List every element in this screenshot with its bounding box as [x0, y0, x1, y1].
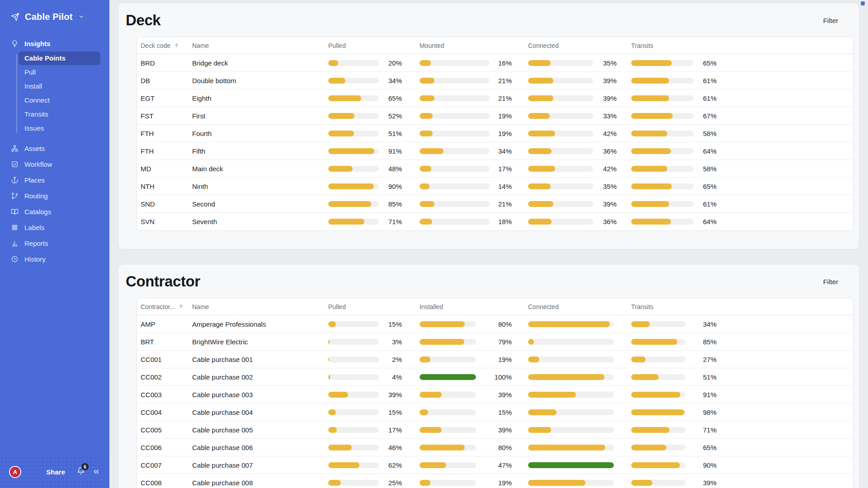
table-row[interactable]: CC005Cable purchase 00517%39%71% [137, 421, 853, 439]
sidebar-item-connect[interactable]: Connect [19, 94, 100, 107]
avatar[interactable]: A [9, 466, 21, 478]
percent-value: 18% [498, 218, 512, 225]
cell-pulled: 52% [328, 112, 420, 120]
share-button[interactable]: Share [46, 468, 65, 476]
column-header-pulled[interactable]: Pulled [328, 303, 420, 310]
table-row[interactable]: SVNSeventh71%18%36%64% [137, 213, 853, 230]
progress-track [328, 339, 379, 345]
table-row[interactable]: CC007Cable purchase 00762%47%90% [137, 456, 853, 474]
table-row[interactable]: BRDBridge deck20%16%35%65% [137, 54, 853, 72]
sidebar-item-transits[interactable]: Transits [19, 108, 100, 121]
table-row[interactable]: FTHFifth91%34%36%64% [137, 142, 853, 160]
notifications-button[interactable]: 6 [77, 467, 85, 477]
percent-value: 19% [498, 112, 512, 120]
column-header-transits[interactable]: Transits [631, 303, 717, 310]
table-row[interactable]: BRTBrightWire Electric3%79%85% [137, 333, 853, 351]
cell-pulled: 25% [328, 479, 420, 487]
filter-button[interactable]: Filter [823, 17, 838, 24]
cell-code: DB [137, 77, 192, 84]
sidebar-item-catalogs[interactable]: Catalogs [0, 204, 109, 220]
sidebar-item-workflow[interactable]: Workflow [0, 156, 109, 172]
column-header-name[interactable]: Name [192, 42, 328, 49]
column-header-deckcode[interactable]: Deck code [137, 42, 192, 49]
progress-bar [631, 392, 680, 398]
column-header-connected[interactable]: Connected [528, 303, 631, 310]
column-header-installed[interactable]: Installed [420, 303, 528, 310]
progress-bar [328, 374, 330, 380]
table-row[interactable]: MDMain deck48%17%42%58% [137, 160, 853, 178]
progress-track [528, 374, 614, 380]
sidebar-item-reports[interactable]: Reports [0, 235, 109, 251]
progress-bar [420, 445, 465, 450]
table-row[interactable]: NTHNinth90%14%35%65% [137, 178, 853, 195]
filter-button[interactable]: Filter [823, 278, 838, 286]
sidebar-group-insights[interactable]: Insights [0, 36, 109, 51]
column-header-connected[interactable]: Connected [528, 42, 631, 49]
sidebar-item-cable-points[interactable]: Cable Points [19, 52, 100, 65]
sidebar-sublist-insights: Cable PointsPullInstallConnectTransitsIs… [0, 52, 109, 135]
chevron-down-icon[interactable] [78, 14, 85, 20]
progress-track [420, 113, 490, 119]
progress-bar [420, 409, 428, 415]
table-row[interactable]: EGTEighth65%21%39%61% [137, 89, 853, 107]
column-header-contractor[interactable]: Contractor... [137, 303, 192, 310]
progress-track [528, 339, 614, 345]
cell-mounted: 16% [420, 59, 528, 67]
progress-track [328, 321, 379, 327]
cell-transits: 34% [631, 320, 717, 328]
sidebar-item-routing[interactable]: Routing [0, 188, 109, 204]
progress-bar [420, 357, 430, 362]
collapse-sidebar-icon[interactable] [92, 468, 100, 476]
table-row[interactable]: CC002Cable purchase 0024%100%51% [137, 368, 853, 386]
progress-bar [631, 480, 652, 486]
progress-bar [631, 60, 672, 66]
column-header-name[interactable]: Name [192, 303, 328, 310]
progress-bar [420, 339, 464, 345]
percent-value: 16% [498, 59, 512, 67]
progress-track [631, 113, 693, 119]
sidebar-item-history[interactable]: History [0, 251, 109, 267]
table-row[interactable]: CC001Cable purchase 0012%19%27% [137, 351, 853, 368]
column-header-transits[interactable]: Transits [631, 42, 717, 49]
sidebar-items: AssetsWorkflowPlacesRoutingCatalogsLabel… [0, 141, 109, 267]
sidebar-item-assets[interactable]: Assets [0, 141, 109, 156]
table-row[interactable]: CC004Cable purchase 00415%15%98% [137, 404, 853, 421]
progress-bar [528, 357, 539, 362]
percent-value: 79% [498, 338, 512, 346]
sidebar-item-install[interactable]: Install [19, 80, 100, 93]
progress-track [631, 409, 685, 415]
column-header-label: Mounted [420, 42, 444, 49]
sidebar-item-labels[interactable]: Labels [0, 220, 109, 235]
table-row[interactable]: DBDouble bottom34%21%39%61% [137, 72, 853, 89]
table-row[interactable]: AMPAmperage Professionals15%80%34% [137, 315, 853, 333]
column-header-mounted[interactable]: Mounted [420, 42, 528, 49]
column-header-label: Name [192, 42, 209, 49]
column-header-label: Connected [528, 303, 559, 310]
table-row[interactable]: CC008Cable purchase 00825%19%39% [137, 474, 853, 488]
cell-code: CC006 [137, 444, 192, 451]
table-row[interactable]: CC006Cable purchase 00646%80%65% [137, 439, 853, 456]
deck-section: Deck Filter Deck codeNamePulledMountedCo… [118, 3, 859, 249]
sidebar-item-pull[interactable]: Pull [19, 66, 100, 79]
sidebar-item-issues[interactable]: Issues [19, 122, 100, 135]
table-row[interactable]: FSTFirst52%19%33%67% [137, 107, 853, 125]
cell-connected [528, 339, 631, 345]
percent-value: 39% [603, 94, 617, 102]
app-logo-row[interactable]: Cable Pilot [11, 10, 101, 23]
screen-indicator-dot [861, 1, 865, 5]
table-row[interactable]: FTHFourth51%19%42%58% [137, 125, 853, 142]
cell-pulled: 39% [328, 391, 420, 399]
cell-transits: 65% [631, 444, 717, 451]
percent-value: 15% [388, 320, 402, 328]
progress-track [420, 60, 490, 66]
table-row[interactable]: CC003Cable purchase 00339%39%91% [137, 386, 853, 404]
table-row[interactable]: SNDSecond85%21%39%61% [137, 195, 853, 213]
column-header-label: Transits [631, 303, 653, 310]
progress-track [631, 183, 693, 189]
sidebar-item-places[interactable]: Places [0, 172, 109, 188]
cell-mounted: 21% [420, 200, 528, 208]
column-header-pulled[interactable]: Pulled [328, 42, 420, 49]
progress-track [528, 427, 614, 433]
cell-mounted: 17% [420, 165, 528, 173]
progress-track [328, 392, 379, 398]
